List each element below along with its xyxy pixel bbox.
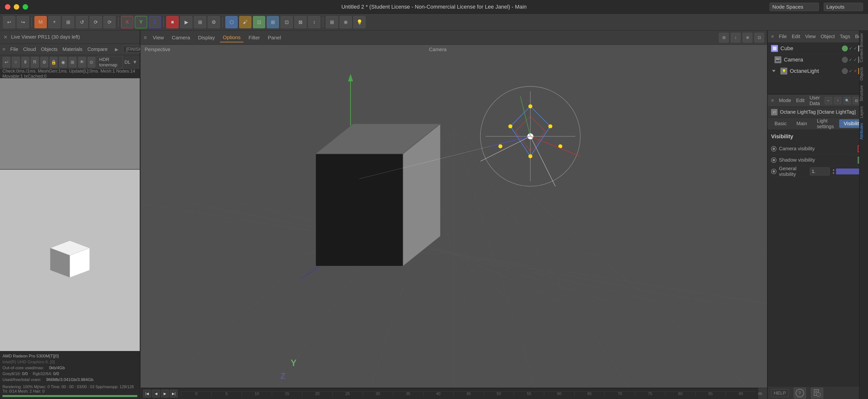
mode-model-button[interactable]: M	[34, 16, 47, 28]
side-tab-objects[interactable]: Objects	[859, 65, 868, 83]
octane-vis-1[interactable]	[842, 68, 848, 74]
camera-vis-1[interactable]	[842, 57, 848, 63]
lv-sphere-btn[interactable]: ◉	[59, 57, 67, 68]
lv-menu-file[interactable]: File	[10, 47, 18, 52]
lv-grid-btn[interactable]: ⊞	[69, 57, 76, 68]
camera-vis-radio[interactable]	[771, 146, 776, 152]
octane-check-1[interactable]: ✓	[849, 68, 852, 74]
viewport-menu-panel[interactable]: Panel	[265, 33, 284, 42]
lv-settings-btn[interactable]: ⚙	[40, 57, 48, 68]
attr-edit[interactable]: Edit	[796, 98, 805, 103]
side-tab-layers[interactable]: Layers	[859, 104, 868, 121]
tab-main[interactable]: Main	[792, 119, 811, 128]
obj-item-cube[interactable]: ⬜ Cube ✓ ✓	[768, 43, 868, 54]
obj-menu-edit[interactable]: Edit	[792, 34, 800, 39]
obj-item-octanelight[interactable]: 💡 OctaneLight ✓ ✕	[768, 65, 868, 77]
group-button[interactable]: ⊞	[62, 16, 74, 28]
paint-button[interactable]: 🖌	[239, 16, 251, 28]
obj-menu-view[interactable]: View	[805, 34, 815, 39]
y-axis-button[interactable]: Y	[135, 16, 147, 28]
edge-select-button[interactable]: ⊡	[280, 16, 293, 28]
attr-back-btn[interactable]: ←	[825, 97, 832, 104]
cube-view-button[interactable]: ⬡	[225, 16, 238, 28]
lv-r-btn[interactable]: R	[31, 57, 39, 68]
cube-check-2[interactable]: ✓	[854, 46, 857, 51]
maximize-button[interactable]	[23, 4, 28, 9]
viewport-zoom-btn[interactable]: ⊕	[743, 33, 752, 42]
light-toggle-button[interactable]: 💡	[353, 16, 366, 28]
viewport-menu-camera[interactable]: Camera	[169, 33, 193, 42]
general-vis-radio[interactable]	[771, 169, 776, 174]
lv-menu-objects[interactable]: Objects	[41, 47, 58, 52]
lv-pan-btn[interactable]: ⊙	[88, 57, 95, 68]
side-tab-attributes[interactable]: Attributes	[859, 121, 868, 142]
lv-lock-btn[interactable]: 🔒	[50, 57, 58, 68]
viewport-layout-btn[interactable]: ⊡	[754, 33, 764, 42]
attr-search-btn[interactable]: 🔍	[843, 97, 851, 104]
side-tab-structure[interactable]: Structure	[859, 83, 868, 104]
point-select-button[interactable]: ⊠	[294, 16, 307, 28]
octane-expand-icon[interactable]	[771, 68, 776, 74]
help-icon-btn[interactable]: ?	[794, 388, 806, 399]
timeline-start-btn[interactable]: |◀	[143, 390, 151, 398]
tab-basic[interactable]: Basic	[770, 119, 791, 128]
camera-check-2[interactable]: ✓	[854, 57, 857, 62]
timeline-next-btn[interactable]: ▶|	[170, 390, 178, 398]
help-doc-btn[interactable]: i	[811, 388, 823, 399]
lv-menu-materials[interactable]: Materials	[62, 47, 83, 52]
lv-menu-cloud[interactable]: Cloud	[23, 47, 36, 52]
timeline-play-btn[interactable]: ▶	[161, 390, 169, 398]
viewport-menu-view[interactable]: View	[150, 33, 167, 42]
attr-up-btn[interactable]: ↑	[834, 97, 841, 104]
lv-circle-btn[interactable]: ○	[12, 57, 20, 68]
attr-mode[interactable]: Mode	[779, 98, 791, 103]
lv-play-icon[interactable]: ▶	[115, 47, 118, 52]
octane-x-1[interactable]: ✕	[854, 68, 857, 74]
close-button[interactable]	[5, 4, 10, 9]
attr-user-data[interactable]: User Data	[809, 95, 820, 106]
select-button[interactable]: ⊡	[253, 16, 265, 28]
obj-menu-tags[interactable]: Tags	[840, 34, 850, 39]
lv-eye-btn[interactable]: 👁	[78, 57, 86, 68]
minimize-button[interactable]	[14, 4, 19, 9]
obj-menu-icon[interactable]: ≡	[771, 34, 774, 39]
play-button[interactable]: ▶	[180, 16, 192, 28]
camera-check-1[interactable]: ✓	[849, 57, 852, 62]
viewport-frame-btn[interactable]: ↕	[731, 33, 741, 42]
help-button[interactable]: HELP	[771, 389, 789, 397]
obj-menu-object[interactable]: Object	[820, 34, 835, 39]
cube-check-1[interactable]: ✓	[849, 46, 852, 51]
viewport-menu-icon[interactable]: ≡	[144, 34, 147, 41]
general-vis-number[interactable]: 1.	[810, 167, 830, 175]
poly-select-button[interactable]: ⊞	[267, 16, 279, 28]
x-axis-button[interactable]: X	[121, 16, 133, 28]
symmetry-button[interactable]: ⟳	[90, 16, 102, 28]
grid-button[interactable]: ⊞	[326, 16, 338, 28]
deform-button[interactable]: ⟳	[103, 16, 116, 28]
side-tab-content-browser[interactable]: Content Browser	[859, 31, 868, 65]
timeline-prev-btn[interactable]: ◀	[152, 390, 160, 398]
lv-canvas[interactable]	[0, 78, 140, 351]
lv-menu-compare[interactable]: Compare	[87, 47, 107, 52]
node-spaces-dropdown[interactable]: Node Spaces	[770, 3, 819, 11]
tweak-button[interactable]: ↕	[308, 16, 320, 28]
lv-arrow-btn[interactable]: ↩	[2, 57, 10, 68]
undo-button[interactable]: ↩	[3, 16, 15, 28]
redo-button[interactable]: ↪	[17, 16, 29, 28]
viewport-menu-options[interactable]: Options	[220, 33, 244, 42]
general-vis-stepper[interactable]: ▲ ▼	[832, 166, 834, 176]
rotate-tool-button[interactable]: ↺	[76, 16, 88, 28]
lv-pause-btn[interactable]: ⏸	[22, 57, 29, 68]
tab-light-settings[interactable]: Light settings	[812, 117, 838, 131]
stop-button[interactable]: ■	[166, 16, 179, 28]
hdr-tonemap-dropdown[interactable]: HDR tonemap	[97, 56, 123, 69]
lv-dropdown-arrow[interactable]: ▼	[132, 59, 137, 65]
render-button[interactable]: ⊞	[194, 16, 206, 28]
axis-button[interactable]: ⊕	[340, 16, 352, 28]
obj-menu-file[interactable]: File	[779, 34, 787, 39]
viewport-menu-display[interactable]: Display	[195, 33, 218, 42]
viewport-expand-btn[interactable]: ⊞	[719, 33, 729, 42]
cube-vis-1[interactable]	[842, 45, 848, 52]
layouts-dropdown[interactable]: Layouts	[824, 3, 863, 11]
shadow-vis-radio[interactable]	[771, 157, 776, 163]
